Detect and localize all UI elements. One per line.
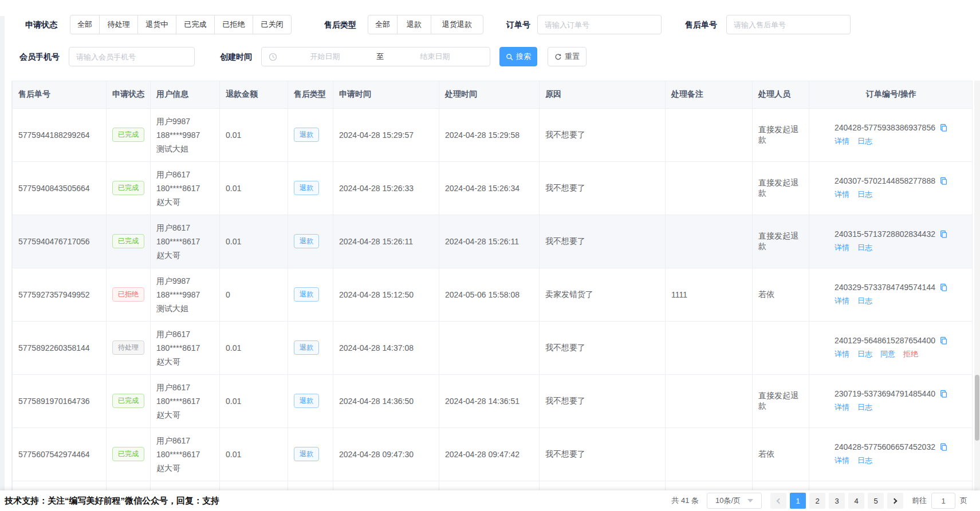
cell-handler: 直接发起退款 <box>753 108 809 161</box>
chevron-left-icon <box>777 498 782 504</box>
service-no-input[interactable] <box>726 15 851 34</box>
action-link-日志[interactable]: 日志 <box>857 402 872 413</box>
row-actions: 详情日志 <box>835 189 948 200</box>
action-link-详情[interactable]: 详情 <box>835 243 849 253</box>
date-range-picker[interactable]: 开始日期 至 结束日期 <box>261 47 490 66</box>
action-link-日志[interactable]: 日志 <box>857 349 872 359</box>
cell-handle-time <box>439 481 540 490</box>
vertical-scrollbar-thumb[interactable] <box>975 375 979 441</box>
status-tag: 待处理 <box>112 340 144 355</box>
action-link-拒绝[interactable]: 拒绝 <box>903 349 918 359</box>
action-link-详情[interactable]: 详情 <box>835 296 849 306</box>
cell-apply-time: 2024-04-28 09:47:30 <box>333 427 439 481</box>
cell-user-info: 用户9987188****9987测试大姐 <box>151 108 220 161</box>
action-link-详情[interactable]: 详情 <box>835 402 849 413</box>
copy-icon[interactable] <box>939 336 948 345</box>
cell-order-op: 240307-5702144858277888 详情日志 <box>809 161 973 215</box>
copy-icon[interactable] <box>939 177 948 185</box>
cell-service-no: 5775940843505664 <box>13 161 107 215</box>
chevron-down-icon <box>747 499 753 502</box>
status-option-1[interactable]: 待处理 <box>99 15 138 34</box>
cell-type: 退款 <box>288 427 333 481</box>
cell-refund-amount: 0.01 <box>220 321 288 374</box>
cell-remark <box>666 321 753 374</box>
type-option-0[interactable]: 全部 <box>368 15 397 34</box>
cell-status: 已完成 <box>107 108 151 161</box>
action-link-日志[interactable]: 日志 <box>857 136 872 146</box>
copy-icon[interactable] <box>939 124 948 132</box>
cell-type: 退款 <box>288 108 333 161</box>
action-link-详情[interactable]: 详情 <box>835 136 849 146</box>
type-option-2[interactable]: 退货退款 <box>431 15 483 34</box>
cell-handler: 直接发起退款 <box>753 374 809 427</box>
column-header-5: 申请时间 <box>333 81 439 108</box>
copy-icon[interactable] <box>939 443 948 451</box>
cell-remark <box>666 108 753 161</box>
order-number: 240329-5733784749574144 <box>835 283 935 292</box>
action-link-日志[interactable]: 日志 <box>857 243 872 253</box>
order-number: 240307-5702144858277888 <box>835 176 935 185</box>
cell-status: 已拒绝 <box>107 268 151 321</box>
page-button-4[interactable]: 4 <box>848 493 864 509</box>
action-link-详情[interactable]: 详情 <box>835 189 849 200</box>
chevron-right-icon <box>892 498 898 504</box>
status-filter-label: 申请状态 <box>25 15 57 34</box>
action-link-日志[interactable]: 日志 <box>857 296 872 306</box>
next-page-button[interactable] <box>887 493 903 509</box>
action-link-详情[interactable]: 详情 <box>835 349 849 359</box>
cell-refund-amount: 0.01 <box>220 427 288 481</box>
cell-service-no: 5775944188299264 <box>13 108 107 161</box>
cell-reason: 我不想要了 <box>540 215 666 268</box>
action-link-同意[interactable]: 同意 <box>880 349 895 359</box>
type-tag: 退款 <box>294 447 319 461</box>
status-tag: 已拒绝 <box>112 287 144 302</box>
status-option-0[interactable]: 全部 <box>70 15 100 34</box>
column-header-8: 处理备注 <box>666 81 753 108</box>
cell-remark <box>666 427 753 481</box>
order-no-input[interactable] <box>537 15 662 34</box>
page-size-select[interactable]: 10条/页 <box>707 493 762 509</box>
action-link-日志[interactable]: 日志 <box>857 455 872 466</box>
status-option-2[interactable]: 退货中 <box>137 15 176 34</box>
cell-apply-time: 2024-04-28 14:36:50 <box>333 374 439 427</box>
table-row: 5775944188299264 已完成 用户9987188****9987测试… <box>13 108 973 161</box>
copy-icon[interactable] <box>939 283 948 292</box>
action-link-日志[interactable]: 日志 <box>857 189 872 200</box>
cell-refund-amount <box>220 481 288 490</box>
table-row: 5775607542974464 已完成 用户8617180****8617赵大… <box>13 427 973 481</box>
cell-user-info: 用户8617 <box>151 481 220 490</box>
page-button-5[interactable]: 5 <box>868 493 884 509</box>
status-option-3[interactable]: 已完成 <box>176 15 215 34</box>
page-button-2[interactable]: 2 <box>809 493 825 509</box>
reset-button[interactable]: 重置 <box>548 47 587 66</box>
goto-page-input[interactable] <box>931 493 955 509</box>
cell-handler: 直接发起退款 <box>753 481 809 490</box>
table-row: 5775927357949952 已拒绝 用户9987188****9987测试… <box>13 268 973 321</box>
cell-reason: 我不想要了 <box>540 427 666 481</box>
copy-icon[interactable] <box>939 390 948 398</box>
phone-input[interactable] <box>69 47 195 66</box>
page-button-1[interactable]: 1 <box>790 493 806 509</box>
cell-type: 退款 <box>288 215 333 268</box>
search-button[interactable]: 搜索 <box>499 47 537 66</box>
page-button-3[interactable]: 3 <box>829 493 845 509</box>
status-option-4[interactable]: 已拒绝 <box>214 15 253 34</box>
cell-refund-amount: 0.01 <box>220 374 288 427</box>
support-text: 技术支持：关注“编写美好前程”微信公众号，回复：支持 <box>5 496 219 506</box>
type-tag: 退款 <box>294 394 319 408</box>
status-option-5[interactable]: 已关闭 <box>253 15 292 34</box>
cell-remark <box>666 481 753 490</box>
column-header-9: 处理人员 <box>753 81 809 108</box>
cell-order-op: 240428-5775604032292864 <box>809 481 973 490</box>
cell-type: 退款 <box>288 374 333 427</box>
refresh-icon <box>554 53 562 61</box>
prev-page-button[interactable] <box>770 493 786 509</box>
copy-icon[interactable] <box>939 230 948 239</box>
action-link-详情[interactable]: 详情 <box>835 455 849 466</box>
type-option-1[interactable]: 退款 <box>397 15 431 34</box>
table-row: 5775891970164736 已完成 用户8617180****8617赵大… <box>13 374 973 427</box>
status-tag: 已完成 <box>112 447 144 461</box>
cell-refund-amount: 0 <box>220 268 288 321</box>
cell-handler: 直接发起退款 <box>753 161 809 215</box>
cell-apply-time <box>333 481 439 490</box>
